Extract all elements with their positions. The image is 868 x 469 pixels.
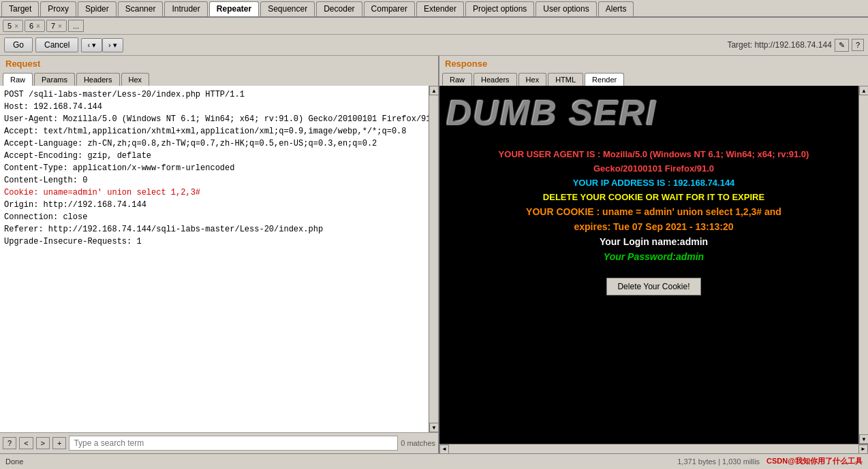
target-help-button[interactable]: ?: [852, 39, 864, 51]
request-post-cookie: Origin: http://192.168.74.144 Connection…: [4, 200, 323, 246]
cancel-button[interactable]: Cancel: [35, 37, 78, 52]
delete-cookie-button[interactable]: Delete Your Cookie!: [606, 278, 700, 295]
subtab-5-close[interactable]: ×: [14, 22, 18, 30]
render-useragent-2: Gecko/20100101 Firefox/91.0: [593, 163, 714, 174]
status-stats: 1,371 bytes | 1,030 millis: [677, 457, 760, 466]
subtab-7[interactable]: 7 ×: [46, 20, 67, 32]
render-delete-line: DELETE YOUR COOKIE OR WAIT FOR IT TO EXP…: [543, 192, 764, 202]
subtab-6[interactable]: 6 ×: [25, 20, 45, 32]
response-tabs: Raw Headers Hex HTML Render: [439, 71, 868, 86]
target-edit-button[interactable]: ✎: [835, 39, 849, 52]
response-tab-html[interactable]: HTML: [548, 73, 583, 86]
tab-project-options[interactable]: Project options: [465, 1, 534, 16]
status-done: Done: [5, 457, 23, 466]
request-panel: Request Raw Params Headers Hex POST /sql…: [0, 56, 439, 453]
request-tab-headers[interactable]: Headers: [76, 73, 120, 86]
status-bar: Done 1,371 bytes | 1,030 millis CSDN@我知你…: [0, 453, 868, 468]
request-text-area[interactable]: POST /sqli-labs-master/Less-20/index.php…: [0, 86, 429, 432]
search-next-button[interactable]: >: [36, 437, 50, 449]
resp-scroll-left[interactable]: ◄: [439, 444, 449, 454]
search-input[interactable]: [69, 436, 398, 451]
subtab-5-label: 5: [7, 22, 12, 30]
tab-target[interactable]: Target: [1, 1, 39, 16]
tab-proxy[interactable]: Proxy: [40, 1, 76, 16]
render-title: DUMB SERI: [446, 93, 861, 133]
response-title: Response: [439, 56, 868, 71]
scroll-up-arrow[interactable]: ▲: [429, 86, 438, 95]
response-tab-hex[interactable]: Hex: [518, 73, 547, 86]
resp-scroll-down[interactable]: ▼: [859, 434, 868, 444]
response-horizontal-scrollbar[interactable]: ◄ ►: [439, 444, 868, 453]
nav-tabs-bar: Target Proxy Spider Scanner Intruder Rep…: [0, 0, 868, 18]
subtab-6-close[interactable]: ×: [36, 22, 40, 30]
request-cookie-line: Cookie: uname=admin' union select 1,2,3#: [4, 188, 200, 197]
tab-sequencer[interactable]: Sequencer: [260, 1, 315, 16]
go-button[interactable]: Go: [4, 37, 33, 52]
render-useragent-1: YOUR USER AGENT IS : Mozilla/5.0 (Window…: [499, 149, 809, 159]
tab-spider[interactable]: Spider: [78, 1, 117, 16]
scroll-track: [429, 95, 438, 423]
request-title: Request: [0, 56, 438, 71]
render-password: Your Password:admin: [604, 251, 704, 262]
tab-repeater[interactable]: Repeater: [209, 1, 259, 16]
repeater-subtabs: 5 × 6 × 7 × ...: [0, 18, 868, 35]
request-content-wrapper: POST /sqli-labs-master/Less-20/index.php…: [0, 86, 438, 432]
request-pre-cookie: POST /sqli-labs-master/Less-20/index.php…: [4, 90, 429, 185]
search-options-button[interactable]: +: [52, 437, 66, 449]
response-tab-raw[interactable]: Raw: [442, 73, 472, 86]
subtab-6-label: 6: [29, 22, 33, 30]
request-scrollbar[interactable]: ▲ ▼: [429, 86, 438, 432]
render-login: Your Login name:admin: [600, 236, 708, 247]
resp-scroll-track: [859, 95, 868, 434]
tab-user-options[interactable]: User options: [536, 1, 596, 16]
back-button[interactable]: ‹ ▾: [81, 38, 102, 52]
render-cookie-2: expires: Tue 07 Sep 2021 - 13:13:20: [574, 221, 734, 232]
response-tab-render[interactable]: Render: [585, 73, 624, 86]
tab-scanner[interactable]: Scanner: [118, 1, 164, 16]
render-cookie-1: YOUR COOKIE : uname = admin' union selec…: [526, 206, 781, 217]
render-content: DUMB SERI YOUR USER AGENT IS : Mozilla/5…: [439, 86, 868, 444]
status-watermark: CSDN@我知你用了什么工具: [766, 456, 863, 466]
resp-scroll-right[interactable]: ►: [858, 444, 868, 454]
search-match-count: 0 matches: [401, 439, 435, 447]
subtab-7-close[interactable]: ×: [58, 22, 62, 30]
resp-scroll-up[interactable]: ▲: [859, 86, 868, 95]
request-tab-params[interactable]: Params: [34, 73, 75, 86]
tab-intruder[interactable]: Intruder: [164, 1, 207, 16]
response-render-area: DUMB SERI YOUR USER AGENT IS : Mozilla/5…: [439, 86, 868, 444]
tab-alerts[interactable]: Alerts: [598, 1, 634, 16]
scroll-down-arrow[interactable]: ▼: [429, 423, 438, 432]
render-ip: YOUR IP ADDRESS IS : 192.168.74.144: [573, 178, 735, 188]
search-prev-button[interactable]: <: [19, 437, 33, 449]
subtab-more[interactable]: ...: [68, 20, 84, 32]
request-tab-raw[interactable]: Raw: [3, 73, 33, 86]
request-tabs: Raw Params Headers Hex: [0, 71, 438, 86]
forward-button[interactable]: › ▾: [102, 38, 123, 52]
response-panel: Response Raw Headers Hex HTML Render DUM…: [439, 56, 868, 453]
tab-comparer[interactable]: Comparer: [364, 1, 415, 16]
response-tab-headers[interactable]: Headers: [474, 73, 517, 86]
request-tab-hex[interactable]: Hex: [121, 73, 150, 86]
subtab-5[interactable]: 5 ×: [3, 20, 23, 32]
tab-extender[interactable]: Extender: [416, 1, 464, 16]
search-bar: ? < > + 0 matches: [0, 432, 438, 453]
target-label: Target: http://192.168.74.144: [727, 40, 831, 50]
search-help-button[interactable]: ?: [3, 437, 16, 449]
repeater-toolbar: Go Cancel ‹ ▾ › ▾ Target: http://192.168…: [0, 35, 868, 56]
response-vertical-scrollbar[interactable]: ▲ ▼: [858, 86, 868, 444]
main-content: Request Raw Params Headers Hex POST /sql…: [0, 56, 868, 453]
subtab-7-label: 7: [51, 22, 55, 30]
tab-decoder[interactable]: Decoder: [316, 1, 362, 16]
target-info: Target: http://192.168.74.144 ✎ ?: [727, 39, 864, 52]
